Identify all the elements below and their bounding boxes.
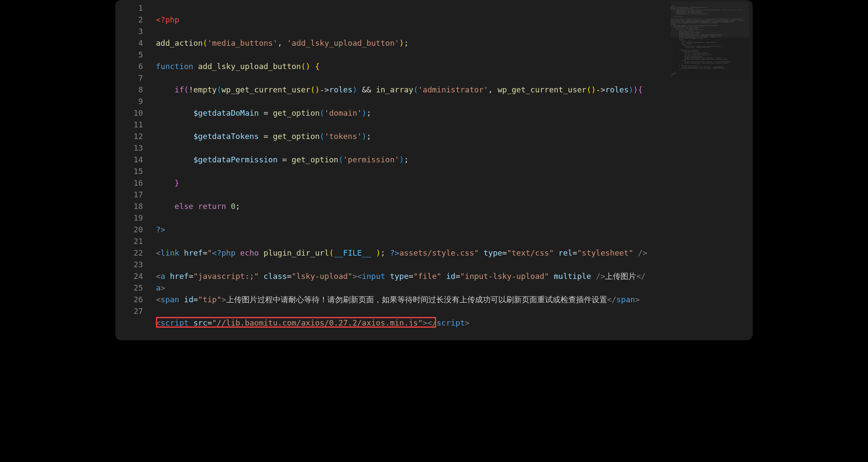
line-number: 24 [115,270,156,282]
line-number: 15 [115,165,156,177]
php-close-tag: ?> [156,225,165,234]
code-line-highlighted[interactable]: <script src="//lib.baomitu.com/axios/0.2… [156,317,753,329]
code-line[interactable]: if(!empty(wp_get_current_user()->roles) … [156,84,753,95]
line-number: 14 [115,154,156,165]
line-number-gutter: 1 2 3 4 5 6 7 8 9 10 11 12 13 14 15 16 1… [115,0,156,340]
line-number: 5 [115,49,156,60]
code-line[interactable]: else return 0; [156,200,753,212]
line-number: 11 [115,119,156,130]
line-number: 20 [115,224,156,235]
line-number: 8 [115,84,156,95]
line-number: 25 [115,282,156,294]
code-content[interactable]: <?php add_action('media_buttons', 'add_l… [156,0,753,340]
line-number: 23 [115,259,156,270]
code-line[interactable]: $getdataDoMain = get_option('domain'); [156,107,753,119]
line-number: 12 [115,130,156,142]
line-number: 19 [115,212,156,224]
line-number: 17 [115,189,156,200]
line-number: 26 [115,294,156,305]
line-number: 9 [115,95,156,107]
line-number: 2 [115,14,156,25]
editor-window: 1 2 3 4 5 6 7 8 9 10 11 12 13 14 15 16 1… [115,0,753,340]
line-number: 13 [115,142,156,154]
line-number: 10 [115,107,156,119]
code-line[interactable]: function add_lsky_upload_button() { [156,60,753,72]
code-line[interactable]: $getdataPermission = get_option('permiss… [156,154,753,165]
php-open-tag: <?php [156,15,179,24]
line-number: 21 [115,235,156,247]
line-number: 22 [115,247,156,259]
line-number: 4 [115,37,156,49]
line-number: 16 [115,177,156,189]
line-number: 27 [115,305,156,317]
line-number: 6 [115,60,156,72]
code-line[interactable]: $getdataTokens = get_option('tokens'); [156,130,753,142]
code-line[interactable]: <a href="javascript:;" class="lsky-uploa… [156,270,753,282]
code-line[interactable]: ?> [156,224,753,235]
line-number: 18 [115,200,156,212]
code-line[interactable]: <link href="<?php echo plugin_dir_url(__… [156,247,753,259]
line-number: 1 [115,2,156,14]
line-number: 7 [115,72,156,84]
editor-area[interactable]: 1 2 3 4 5 6 7 8 9 10 11 12 13 14 15 16 1… [115,0,753,340]
code-line[interactable]: <span id="tip">上传图片过程中请耐心等待！请勿刷新页面，如果等待时… [156,294,753,305]
code-line[interactable]: <?php [156,14,753,25]
code-line[interactable]: } [156,177,753,189]
code-line[interactable]: add_action('media_buttons', 'add_lsky_up… [156,37,753,49]
line-number: 3 [115,25,156,37]
